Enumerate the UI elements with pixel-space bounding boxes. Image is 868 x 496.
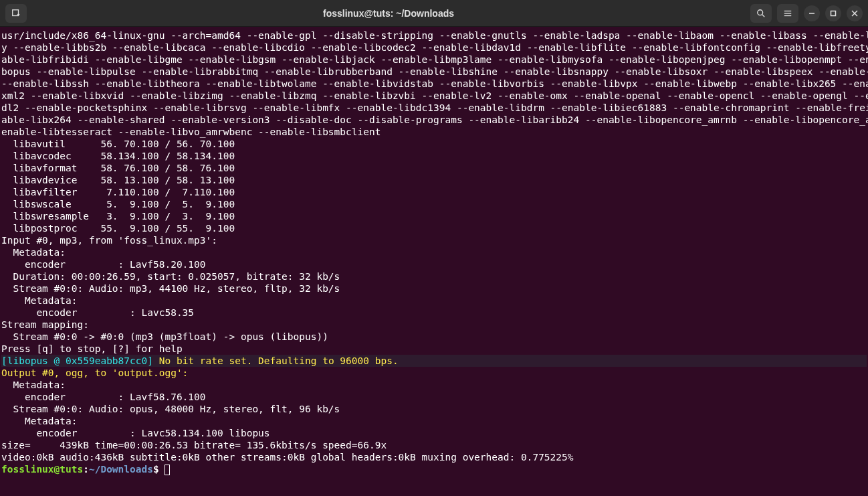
svg-rect-9 xyxy=(831,11,836,15)
lib-version-line: libavcodec 58.134.100 / 58.134.100 xyxy=(1,151,235,161)
lib-version-line: libpostproc 55. 9.100 / 55. 9.100 xyxy=(1,223,235,234)
metadata-label: Metadata: xyxy=(1,380,66,390)
search-button[interactable] xyxy=(750,4,772,23)
input-header: Input #0, mp3, from 'foss_linux.mp3': xyxy=(1,235,217,246)
lib-version-line: libswscale 5. 9.100 / 5. 9.100 xyxy=(1,199,235,210)
size-line: size= 439kB time=00:00:26.53 bitrate= 13… xyxy=(1,440,387,450)
window-title: fosslinux@tuts: ~/Downloads xyxy=(27,8,750,19)
hamburger-icon xyxy=(783,9,792,18)
titlebar: fosslinux@tuts: ~/Downloads xyxy=(0,0,868,27)
stream-mapping-header: Stream mapping: xyxy=(1,319,89,330)
encoder-line: encoder : Lavc58.134.100 libopus xyxy=(1,428,270,438)
libopus-tag: [libopus @ 0x559eabb87cc0] xyxy=(1,355,153,366)
prompt-colon: : xyxy=(83,464,89,475)
build-config-text: usr/include/x86_64-linux-gnu --arch=amd6… xyxy=(1,30,868,137)
lib-version-line: libavformat 58. 76.100 / 58. 76.100 xyxy=(1,163,235,173)
search-icon xyxy=(756,9,766,18)
close-button[interactable] xyxy=(847,5,863,21)
new-tab-icon xyxy=(11,9,21,18)
lib-version-line: libavfilter 7.110.100 / 7.110.100 xyxy=(1,187,235,197)
menu-button[interactable] xyxy=(777,4,798,23)
press-q-line: Press [q] to stop, [?] for help xyxy=(1,343,183,354)
new-tab-button[interactable] xyxy=(5,4,27,23)
terminal-output[interactable]: usr/include/x86_64-linux-gnu --arch=amd6… xyxy=(0,27,868,496)
lib-version-line: libavdevice 58. 13.100 / 58. 13.100 xyxy=(1,175,235,185)
stream-mapping-detail: Stream #0:0 -> #0:0 (mp3 (mp3float) -> o… xyxy=(1,331,328,342)
metadata-label: Metadata: xyxy=(1,295,78,306)
prompt-dollar: $ xyxy=(153,464,165,475)
output-header: Output #0, ogg, to 'output.ogg': xyxy=(1,367,188,378)
titlebar-right xyxy=(750,4,863,23)
metadata-label: Metadata: xyxy=(1,416,78,426)
stream-line: Stream #0:0: Audio: opus, 48000 Hz, ster… xyxy=(1,404,340,414)
close-icon xyxy=(851,10,858,17)
minimize-button[interactable] xyxy=(804,5,820,21)
lib-version-line: libavutil 56. 70.100 / 56. 70.100 xyxy=(1,139,235,149)
prompt-path: ~/Downloads xyxy=(89,464,153,475)
metadata-label: Metadata: xyxy=(1,247,66,258)
svg-point-3 xyxy=(758,9,763,15)
prompt-user: fosslinux@tuts xyxy=(1,464,83,475)
titlebar-left xyxy=(5,4,27,23)
encoder-line: encoder : Lavf58.76.100 xyxy=(1,392,206,402)
maximize-button[interactable] xyxy=(825,5,841,21)
lib-version-line: libswresample 3. 9.100 / 3. 9.100 xyxy=(1,211,235,222)
libopus-message: No bit rate set. Defaulting to 96000 bps… xyxy=(153,355,399,366)
maximize-icon xyxy=(830,10,837,17)
minimize-icon xyxy=(808,10,815,17)
terminal-cursor xyxy=(165,465,170,475)
encoder-line: encoder : Lavf58.20.100 xyxy=(1,259,206,270)
svg-line-4 xyxy=(762,14,765,17)
duration-line: Duration: 00:00:26.59, start: 0.025057, … xyxy=(1,271,340,282)
video-summary-line: video:0kB audio:436kB subtitle:0kB other… xyxy=(1,452,574,463)
stream-line: Stream #0:0: Audio: mp3, 44100 Hz, stere… xyxy=(1,283,340,294)
encoder-line: encoder : Lavc58.35 xyxy=(1,307,194,318)
